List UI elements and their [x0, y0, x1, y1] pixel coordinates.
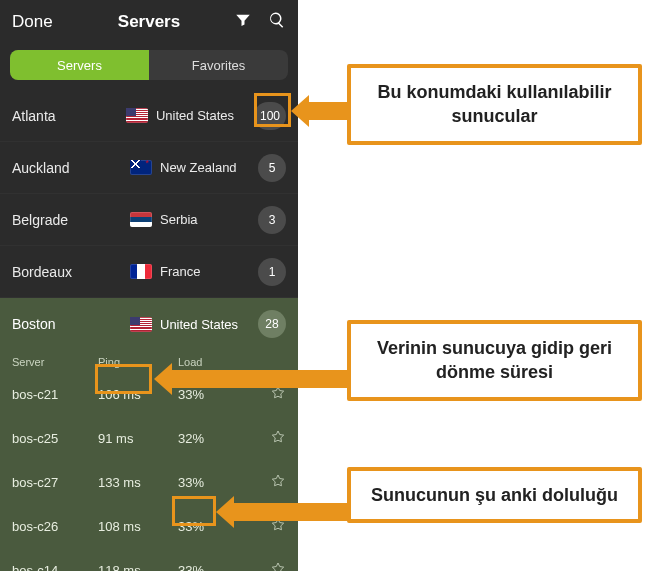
- server-row[interactable]: bos-c25 91 ms 32%: [0, 416, 298, 460]
- server-ping: 91 ms: [98, 431, 178, 446]
- server-row[interactable]: bos-c14 118 ms 33%: [0, 548, 298, 571]
- server-columns-header: Server Ping Load: [0, 350, 298, 372]
- done-button[interactable]: Done: [12, 12, 53, 32]
- server-count-badge: 28: [258, 310, 286, 338]
- server-count-badge: 1: [258, 258, 286, 286]
- arrow-load: [232, 503, 348, 521]
- flag-rs-icon: [130, 212, 152, 227]
- server-ping: 118 ms: [98, 563, 178, 572]
- server-list-panel: Done Servers Servers Favorites Atlanta U…: [0, 0, 298, 571]
- country-name: Serbia: [160, 212, 258, 227]
- col-server: Server: [12, 356, 98, 368]
- city-name: Belgrade: [12, 212, 130, 228]
- arrow-count: [307, 102, 347, 120]
- tab-servers[interactable]: Servers: [10, 50, 149, 80]
- flag-us-icon: [130, 317, 152, 332]
- server-ping: 108 ms: [98, 519, 178, 534]
- col-load: Load: [178, 356, 238, 368]
- search-icon[interactable]: [268, 11, 286, 34]
- server-name: bos-c26: [12, 519, 98, 534]
- server-count-badge: 5: [258, 154, 286, 182]
- city-name: Auckland: [12, 160, 130, 176]
- server-load: 33%: [178, 563, 238, 572]
- city-name: Atlanta: [12, 108, 126, 124]
- flag-nz-icon: [130, 160, 152, 175]
- flag-fr-icon: [130, 264, 152, 279]
- header-bar: Done Servers: [0, 0, 298, 44]
- server-count-badge: 100: [254, 102, 286, 130]
- server-name: bos-c21: [12, 387, 98, 402]
- country-name: United States: [156, 108, 254, 123]
- city-name: Bordeaux: [12, 264, 130, 280]
- server-count-badge: 3: [258, 206, 286, 234]
- server-name: bos-c27: [12, 475, 98, 490]
- favorite-star-icon[interactable]: [238, 561, 286, 572]
- annotation-load: Sunucunun şu anki doluluğu: [347, 467, 642, 523]
- server-name: bos-c14: [12, 563, 98, 572]
- location-row[interactable]: Auckland New Zealand 5: [0, 142, 298, 194]
- location-row[interactable]: Atlanta United States 100: [0, 90, 298, 142]
- favorite-star-icon[interactable]: [238, 473, 286, 492]
- server-name: bos-c25: [12, 431, 98, 446]
- server-row[interactable]: bos-c27 133 ms 33%: [0, 460, 298, 504]
- server-ping: 133 ms: [98, 475, 178, 490]
- server-load: 33%: [178, 475, 238, 490]
- flag-us-icon: [126, 108, 148, 123]
- filter-icon[interactable]: [234, 11, 252, 34]
- tabs: Servers Favorites: [10, 50, 288, 80]
- annotation-ping: Verinin sunucuya gidip geri dönme süresi: [347, 320, 642, 401]
- city-name: Boston: [12, 316, 130, 332]
- server-load: 32%: [178, 431, 238, 446]
- arrow-ping: [170, 370, 348, 388]
- favorite-star-icon[interactable]: [238, 429, 286, 448]
- server-load: 33%: [178, 387, 238, 402]
- tab-favorites[interactable]: Favorites: [149, 50, 288, 80]
- country-name: New Zealand: [160, 160, 258, 175]
- location-row[interactable]: Bordeaux France 1: [0, 246, 298, 298]
- country-name: France: [160, 264, 258, 279]
- annotation-count: Bu konumdaki kullanılabilir sunucular: [347, 64, 642, 145]
- location-row-expanded[interactable]: Boston United States 28: [0, 298, 298, 350]
- location-row[interactable]: Belgrade Serbia 3: [0, 194, 298, 246]
- expanded-location: Boston United States 28 Server Ping Load…: [0, 298, 298, 571]
- country-name: United States: [160, 317, 258, 332]
